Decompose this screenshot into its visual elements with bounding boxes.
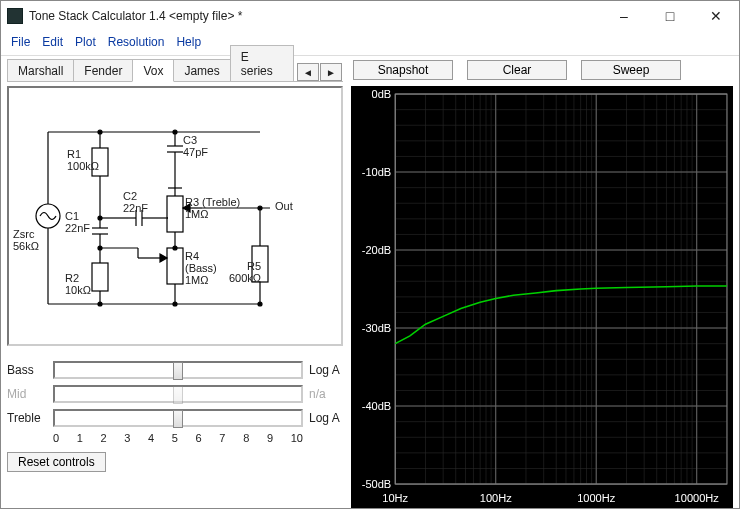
minimize-button[interactable]: –: [601, 1, 647, 31]
menu-resolution[interactable]: Resolution: [108, 35, 165, 49]
reset-controls-button[interactable]: Reset controls: [7, 452, 106, 472]
menu-help[interactable]: Help: [176, 35, 201, 49]
r5-value: 600kΩ: [229, 272, 261, 284]
svg-point-43: [173, 130, 177, 134]
treble-label: Treble: [7, 411, 53, 425]
mid-tag: n/a: [303, 387, 343, 401]
schematic: Zsrc 56kΩ R1 100kΩ C1 22nF C2 22nF C3 47…: [7, 86, 343, 346]
svg-point-45: [173, 302, 177, 306]
svg-text:10Hz: 10Hz: [382, 492, 408, 504]
svg-point-37: [98, 246, 102, 250]
svg-point-46: [98, 302, 102, 306]
svg-point-42: [258, 206, 262, 210]
bass-thumb[interactable]: [173, 362, 183, 380]
schematic-svg: [9, 88, 341, 344]
bass-label: Bass: [7, 363, 53, 377]
menu-file[interactable]: File: [11, 35, 30, 49]
r2-label: R2: [65, 272, 79, 284]
svg-text:100Hz: 100Hz: [480, 492, 512, 504]
treble-slider-row: Treble Log A: [7, 406, 343, 430]
svg-text:-30dB: -30dB: [362, 322, 391, 334]
zsrc-value: 56kΩ: [13, 240, 39, 252]
app-icon: [7, 8, 23, 24]
c1-value: 22nF: [65, 222, 90, 234]
r3-value: 1MΩ: [185, 208, 209, 220]
svg-text:0dB: 0dB: [372, 88, 392, 100]
tab-eseries[interactable]: E series: [230, 45, 294, 81]
r4-label: R4: [185, 250, 199, 262]
r1-value: 100kΩ: [67, 160, 99, 172]
menu-plot[interactable]: Plot: [75, 35, 96, 49]
plot-svg: 10Hz100Hz1000Hz10000Hz0dB-10dB-20dB-30dB…: [351, 86, 733, 508]
svg-text:1000Hz: 1000Hz: [577, 492, 616, 504]
r5-label: R5: [247, 260, 261, 272]
tab-vox[interactable]: Vox: [132, 59, 174, 82]
out-label: Out: [275, 200, 293, 212]
bass-tag: Log A: [303, 363, 343, 377]
snapshot-button[interactable]: Snapshot: [353, 60, 453, 80]
svg-point-44: [98, 130, 102, 134]
svg-rect-21: [92, 263, 108, 291]
titlebar: Tone Stack Calculator 1.4 <empty file> *…: [1, 1, 739, 31]
treble-tag: Log A: [303, 411, 343, 425]
svg-text:10000Hz: 10000Hz: [675, 492, 720, 504]
maximize-button[interactable]: □: [647, 1, 693, 31]
bass-slider-row: Bass Log A: [7, 358, 343, 382]
mid-thumb: [173, 386, 183, 404]
zsrc-label: Zsrc: [13, 228, 34, 240]
treble-slider[interactable]: [53, 409, 303, 427]
menu-edit[interactable]: Edit: [42, 35, 63, 49]
frequency-response-plot: 10Hz100Hz1000Hz10000Hz0dB-10dB-20dB-30dB…: [351, 86, 733, 508]
mid-label: Mid: [7, 387, 53, 401]
r3-label: R3 (Treble): [185, 196, 240, 208]
svg-marker-34: [160, 254, 167, 262]
r4-value: 1MΩ: [185, 274, 209, 286]
slider-scale: 0 1 2 3 4 5 6 7 8 9 10: [53, 430, 303, 452]
close-button[interactable]: ✕: [693, 1, 739, 31]
menubar: File Edit Plot Resolution Help: [1, 31, 739, 56]
svg-point-47: [258, 302, 262, 306]
mid-slider: [53, 385, 303, 403]
r1-label: R1: [67, 148, 81, 160]
treble-thumb[interactable]: [173, 410, 183, 428]
r4-sub: (Bass): [185, 262, 217, 274]
svg-text:-20dB: -20dB: [362, 244, 391, 256]
mid-slider-row: Mid n/a: [7, 382, 343, 406]
clear-button[interactable]: Clear: [467, 60, 567, 80]
tab-scroll-right[interactable]: ►: [320, 63, 342, 81]
tab-marshall[interactable]: Marshall: [7, 59, 74, 81]
c1-label: C1: [65, 210, 79, 222]
tab-fender[interactable]: Fender: [73, 59, 133, 81]
r2-value: 10kΩ: [65, 284, 91, 296]
tab-james[interactable]: James: [173, 59, 230, 81]
c3-value: 47pF: [183, 146, 208, 158]
svg-point-48: [173, 246, 177, 250]
svg-text:-10dB: -10dB: [362, 166, 391, 178]
window-title: Tone Stack Calculator 1.4 <empty file> *: [29, 9, 601, 23]
svg-rect-31: [167, 248, 183, 284]
tab-row: Marshall Fender Vox James E series ◄ ►: [7, 58, 343, 82]
svg-text:-50dB: -50dB: [362, 478, 391, 490]
c2-value: 22nF: [123, 202, 148, 214]
svg-text:-40dB: -40dB: [362, 400, 391, 412]
bass-slider[interactable]: [53, 361, 303, 379]
sweep-button[interactable]: Sweep: [581, 60, 681, 80]
c2-label: C2: [123, 190, 137, 202]
c3-label: C3: [183, 134, 197, 146]
svg-rect-26: [167, 196, 183, 232]
tab-scroll-left[interactable]: ◄: [297, 63, 319, 81]
